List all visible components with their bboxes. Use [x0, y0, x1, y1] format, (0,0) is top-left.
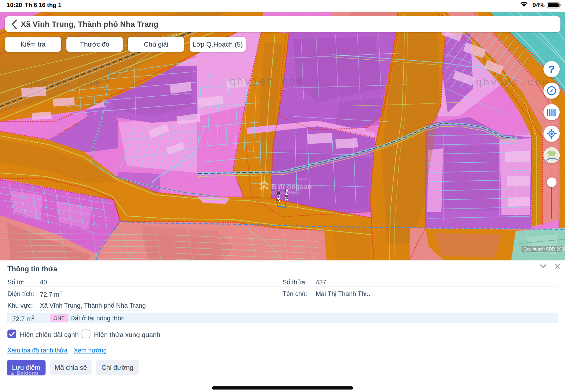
- svg-text:14.3 m: 14.3 m: [276, 190, 280, 202]
- svg-text:qhviet.com: qhviet.com: [230, 76, 304, 88]
- svg-text:Quy hoạch SDĐ 2030: Quy hoạch SDĐ 2030: [523, 247, 565, 252]
- svg-text:qhviet.com: qhviet.com: [476, 77, 550, 89]
- svg-text:14.9 m: 14.9 m: [284, 189, 289, 201]
- svg-text:.com.vn: .com.vn: [296, 177, 307, 181]
- svg-text:qhviet.com: qhviet.com: [26, 78, 101, 90]
